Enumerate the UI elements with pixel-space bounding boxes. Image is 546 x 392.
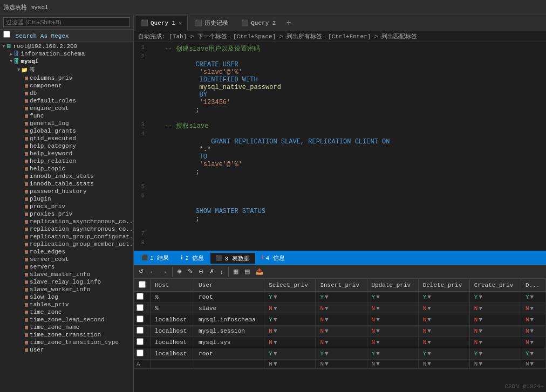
row-checkbox-2[interactable] [134,314,151,326]
tree-table-db[interactable]: ▦db [0,90,133,97]
th-insert-priv[interactable]: Insert_priv [316,279,367,292]
th-host[interactable]: Host [151,279,194,292]
tree-table-time_zone[interactable]: ▦time_zone [0,308,133,316]
tree-table-password_history[interactable]: ▦password_history [0,188,133,195]
result-tab-2[interactable]: ℹ 2 信息 [175,252,209,264]
search-regex-checkbox[interactable] [3,31,10,38]
cell-user-new [194,360,264,369]
tree-table-time_zone_transition_type[interactable]: ▦time_zone_transition_type [0,339,133,346]
tree-table-time_zone_leap_second[interactable]: ▦time_zone_leap_second [0,316,133,324]
sidebar-search-section[interactable]: Search As Regex [0,30,133,42]
row-checkbox-5[interactable] [134,348,151,360]
tree-table-default_roles[interactable]: ▦default_roles [0,97,133,105]
tab-history[interactable]: ⬛ 历史记录 [189,16,234,31]
tree-table-replication_group_configurat[interactable]: ▦replication_group_configurat... [0,233,133,240]
table-header-row: Host User Select_priv Insert_priv Update… [134,279,546,292]
tree-db-information-schema[interactable]: ▶ 🗄 information_schema [0,50,133,58]
th-delete-priv[interactable]: Delete_priv [418,279,469,292]
table-label: component [30,82,62,89]
tree-db-mysql[interactable]: ▼ 🗄 mysql [0,58,133,65]
dtb-edit[interactable]: ✎ [185,266,195,277]
tree-folder-tables[interactable]: ▼ 📁 表 [0,65,133,74]
table-icon: ▦ [25,181,28,187]
result-tab-1[interactable]: ⬛ 1 结果 [136,252,174,264]
tree-table-slave_relay_log_info[interactable]: ▦slave_relay_log_info [0,278,133,286]
row-checkbox-4[interactable] [134,337,151,348]
tree-table-component[interactable]: ▦component [0,82,133,90]
result-tab-3-label: 3 表数据 [224,255,249,263]
row-checkbox-3[interactable] [134,326,151,337]
data-grid-wrapper[interactable]: Host User Select_priv Insert_priv Update… [134,279,546,392]
dtb-list-view[interactable]: ▤ [242,266,252,277]
tree-table-procs_priv[interactable]: ▦procs_priv [0,203,133,210]
expand-icon-tables: ▼ [17,67,20,73]
dtb-refresh[interactable]: ↺ [136,266,146,277]
connection-label: root@192.168.2.200 [13,43,77,50]
table-label: db [30,90,37,97]
tree-table-servers[interactable]: ▦servers [0,263,133,271]
connection-icon: 🖥 [6,43,11,50]
tree-table-replication_group_member_act[interactable]: ▦replication_group_member_act... [0,240,133,248]
cell-priv-3-0: N▼ [264,326,316,337]
row-new-checkbox[interactable]: A [134,360,151,369]
tree-table-plugin[interactable]: ▦plugin [0,195,133,203]
th-user[interactable]: User [194,279,264,292]
result-tab-4[interactable]: ℹ 4 信息 [256,252,290,264]
tab-query2-icon: ⬛ [241,19,249,26]
dtb-next[interactable]: → [159,267,170,277]
tree-table-gtid_executed[interactable]: ▦gtid_executed [0,135,133,142]
tree-table-help_keyword[interactable]: ▦help_keyword [0,150,133,157]
table-label: innodb_index_stats [30,173,94,180]
dtb-export[interactable]: ↓ [217,267,226,277]
th-update-priv[interactable]: Update_priv [367,279,418,292]
tree-table-help_relation[interactable]: ▦help_relation [0,157,133,165]
tree-table-time_zone_name[interactable]: ▦time_zone_name [0,324,133,331]
tree-table-general_log[interactable]: ▦general_log [0,120,133,127]
tab-query1-close[interactable]: ✕ [179,20,182,26]
row-checkbox-1[interactable] [134,303,151,314]
row-checkbox-0[interactable] [134,292,151,303]
dtb-cancel[interactable]: ✗ [207,266,217,277]
th-select-priv[interactable]: Select_priv [264,279,316,292]
tree-table-columns_priv[interactable]: ▦columns_priv [0,74,133,82]
tree-table-time_zone_transition[interactable]: ▦time_zone_transition [0,331,133,339]
tree-table-engine_cost[interactable]: ▦engine_cost [0,105,133,112]
tree-table-tables_priv[interactable]: ▦tables_priv [0,301,133,308]
dtb-prev[interactable]: ← [147,267,158,277]
tree-table-func[interactable]: ▦func [0,112,133,120]
dtb-add[interactable]: ⊕ [174,266,185,277]
tree-table-server_cost[interactable]: ▦server_cost [0,256,133,263]
tree-table-innodb_index_stats[interactable]: ▦innodb_index_stats [0,173,133,180]
filter-input[interactable] [3,17,130,27]
tab-query1[interactable]: ⬛ Query 1 ✕ [135,16,188,31]
th-create-priv[interactable]: Create_priv [469,279,521,292]
dtb-grid-view[interactable]: ▦ [230,266,241,277]
tree-table-global_grants[interactable]: ▦global_grants [0,127,133,135]
tree-table-help_topic[interactable]: ▦help_topic [0,165,133,173]
cell-new-6: N▼ [521,360,545,369]
tree-connection[interactable]: ▼ 🖥 root@192.168.2.200 [0,43,133,50]
tree-table-role_edges[interactable]: ▦role_edges [0,248,133,256]
tree-table-slave_worker_info[interactable]: ▦slave_worker_info [0,286,133,293]
tree-table-slave_master_info[interactable]: ▦slave_master_info [0,271,133,278]
tree-table-proxies_priv[interactable]: ▦proxies_priv [0,210,133,218]
tree-table-replication_asynchronous_co[interactable]: ▦replication_asynchronous_co... [0,225,133,233]
dtb-remove[interactable]: ⊖ [196,266,206,277]
tree-table-innodb_table_stats[interactable]: ▦innodb_table_stats [0,180,133,188]
tab-query2[interactable]: ⬛ Query 2 [235,16,282,31]
tab-add-button[interactable]: + [283,18,295,28]
tree-table-help_category[interactable]: ▦help_category [0,142,133,150]
tree-table-slow_log[interactable]: ▦slow_log [0,293,133,301]
cell-priv-3-5: N▼ [521,326,545,337]
dtb-export2[interactable]: 📤 [253,266,266,277]
search-regex-label[interactable]: Search As Regex [3,33,69,39]
result-tab-3[interactable]: ⬛ 3 表数据 [210,252,255,264]
tree-table-replication_asynchronous_co[interactable]: ▦replication_asynchronous_co... [0,218,133,225]
table-label: time_zone_leap_second [30,317,105,323]
tree-table-user[interactable]: ▦user [0,346,133,354]
code-editor[interactable]: 1 -- 创建slave用户以及设置密码 2 CREATE USER 'slav… [134,42,546,251]
th-d[interactable]: D... [521,279,545,292]
table-icon: ▦ [25,271,28,278]
sidebar-filter-section [0,15,133,30]
select-all-checkbox[interactable] [139,281,146,288]
